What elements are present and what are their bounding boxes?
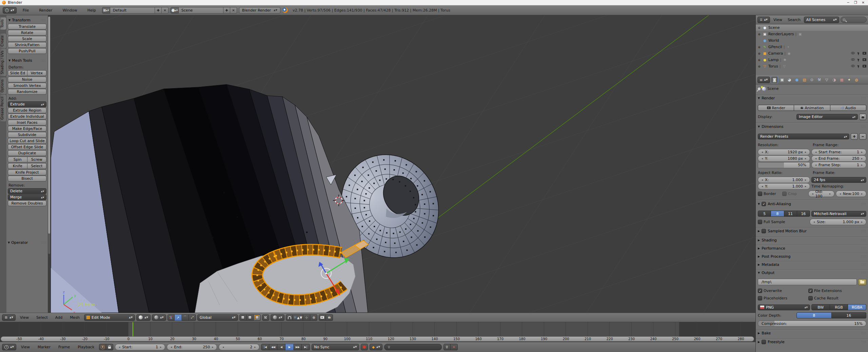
menu-add[interactable]: Add [52,315,65,320]
occlude-geometry-button[interactable] [262,314,269,321]
menu-help[interactable]: Help [83,8,100,13]
aa-samples-8[interactable]: 8 [771,211,784,217]
render-button[interactable]: Render [758,105,794,111]
tool-dropdown-delete[interactable]: Delete▲▼ [8,188,46,194]
translate-manipulator-button[interactable]: ↗ [175,314,182,321]
border-checkbox[interactable] [758,192,762,196]
context-tab-world[interactable]: ● [793,77,800,83]
shelf-tab-options[interactable]: Options [0,77,6,95]
menu-search[interactable]: Search [786,18,803,22]
performance-section-header[interactable]: ▶Performance:::: [758,246,866,251]
tool-button-extrude-individual[interactable]: Extrude Individual [8,114,46,119]
file-format-selector[interactable]: PNG▲▼ [758,305,810,310]
antialiasing-checkbox[interactable]: ✓ [762,202,766,206]
selectability-cursor-icon[interactable] [857,52,860,55]
motion-blur-checkbox[interactable] [762,229,766,233]
tool-button-select[interactable]: Select [27,163,47,169]
timeline-ruler[interactable]: -50-40-30-20-100102030405060708090100110… [1,336,754,341]
start-frame-field[interactable]: ◂Start:1▸ [115,344,165,350]
menu-playback[interactable]: Playback [75,345,97,349]
context-tab-constraints[interactable]: ⊙ [808,77,815,83]
snap-target-button[interactable]: ⊹ [303,314,310,321]
context-tab-scene[interactable]: ◕ [786,77,793,83]
opengl-render-anim-button[interactable]: 🎬︎ [326,314,333,321]
full-sample-checkbox[interactable] [758,220,762,224]
tool-button-make-edge-face[interactable]: Make Edge/Face [8,126,46,132]
play-reverse-button[interactable]: ◀ [277,344,285,350]
expand-toggle-icon[interactable]: ⊕ [757,45,761,49]
3d-viewport[interactable]: z y x User Persp (2) Torus ToolsCreateSh… [0,15,755,313]
decrement-arrow-icon[interactable]: ◂ [222,346,224,349]
post-processing-section-header[interactable]: ▶Post Processing:::: [758,254,866,259]
menu-render[interactable]: Render [35,8,56,13]
menu-mesh[interactable]: Mesh [67,315,83,320]
panel-header-operator[interactable]: ▼Operator:::: [7,239,47,246]
layout-name-field[interactable]: Default [110,7,155,14]
tool-button-noise[interactable]: Noise [8,77,46,82]
tool-button-shrink-fatten[interactable]: Shrink/Fatten [8,42,46,48]
menu-window[interactable]: Window [58,8,81,13]
context-tab-material[interactable]: ◑ [831,77,837,83]
outliner-search-input[interactable] [841,17,867,23]
browse-folder-button[interactable] [858,279,866,285]
tool-dropdown-merge[interactable]: Merge▲▼ [8,194,46,200]
tool-button-push-pull[interactable]: Push/Pull [8,48,46,54]
selectability-cursor-icon[interactable] [857,64,860,68]
time-remap-new-field[interactable]: ◂New:100▸ [836,191,866,197]
prev-keyframe-button[interactable]: ◀◀ [269,344,277,350]
tool-button-loop-cut-and-slide[interactable]: Loop Cut and Slide [8,138,46,144]
scale-manipulator-button[interactable]: ⤢ [189,314,196,321]
timeline-track[interactable]: -50-40-30-20-100102030405060708090100110… [0,322,755,342]
tool-button-spin[interactable]: Spin [8,157,27,162]
color-depth-8[interactable]: 8 [796,312,832,318]
maximize-button[interactable]: ❐ [854,1,857,4]
active-keying-set-field[interactable]: ⚲ [384,344,442,350]
context-tab-physics[interactable]: ◍ [853,77,860,83]
audio-button[interactable]: ◁)Audio [830,105,866,111]
current-frame-indicator[interactable] [133,322,133,336]
rotate-manipulator-button[interactable]: ⌒ [182,314,189,321]
editor-type-button[interactable]: ▲▼ [2,314,16,321]
aa-size-field[interactable]: ◂Size:1.000 px▸ [810,219,866,225]
channel-rgb[interactable]: RGB [830,304,848,310]
sampled-motion-blur-header[interactable]: ▶Sampled Motion Blur:::: [758,229,866,233]
freestyle-section-header[interactable]: ▶Freestyle:::: [758,340,866,344]
vertex-select-button[interactable] [239,314,246,321]
aa-samples-11[interactable]: 11 [784,211,797,217]
antialiasing-section-header[interactable]: ▼✓Anti-Aliasing:::: [758,202,866,206]
close-button[interactable]: ✕ [862,1,865,4]
current-frame-field[interactable]: ◂2▸ [219,344,259,350]
play-button[interactable]: ▶ [285,344,294,350]
tool-button-screw[interactable]: Screw [27,157,47,162]
insert-keyframe-button[interactable]: ⚲ [443,344,451,350]
start-frame-field[interactable]: ◂Start Frame:1▸ [811,149,866,155]
shelf-tab-grease-pencil[interactable]: Grease Pencil [0,94,6,122]
add-scene-button[interactable]: ✚ [223,7,230,14]
animation-button[interactable]: 🎬︎Animation [794,105,830,111]
snap-peel-button[interactable]: ⊕ [310,314,317,321]
jump-to-end-button[interactable]: ▶| [302,344,310,350]
file-extensions-checkbox[interactable]: ✓ [808,289,813,293]
screen-layout-selector[interactable]: ▦▴▾ Default ✚ ✕ [102,7,169,14]
placeholders-checkbox[interactable] [758,296,762,300]
outliner-filter-selector[interactable]: All Scenes▲▼ [804,17,839,23]
tool-button-slide-ed[interactable]: Slide Ed [8,70,27,76]
frame-rate-selector[interactable]: 24 fps▲▼ [811,177,866,183]
renderability-camera-icon[interactable] [863,58,866,61]
tool-button-smooth-vertex[interactable]: Smooth Vertex [8,83,46,89]
editor-type-button[interactable]: ☰▲▼ [757,17,770,23]
tool-button-extrude-region[interactable]: Extrude Region [8,107,46,113]
operator-panel[interactable]: ▼Operator:::: [7,239,47,246]
renderability-camera-icon[interactable] [863,65,866,67]
tool-button-duplicate[interactable]: Duplicate [8,150,46,156]
outliner-item-lamp[interactable]: ⊕●Lamp|✺ [756,57,868,63]
compression-slider[interactable]: Compression:15% [758,320,866,327]
tool-button-subdivide[interactable]: Subdivide [8,132,46,138]
decrement-arrow-icon[interactable]: ◂ [119,346,120,349]
expand-toggle-icon[interactable]: ⊕ [757,33,761,36]
render-presets-selector[interactable]: Render Presets▲▼ [758,134,849,139]
tool-button-translate[interactable]: Translate [8,24,46,30]
transform-orientation-selector[interactable]: Global▲▼ [197,314,238,321]
pin-icon[interactable] [757,87,761,91]
proportional-edit-selector[interactable]: ▲▼ [271,314,285,321]
